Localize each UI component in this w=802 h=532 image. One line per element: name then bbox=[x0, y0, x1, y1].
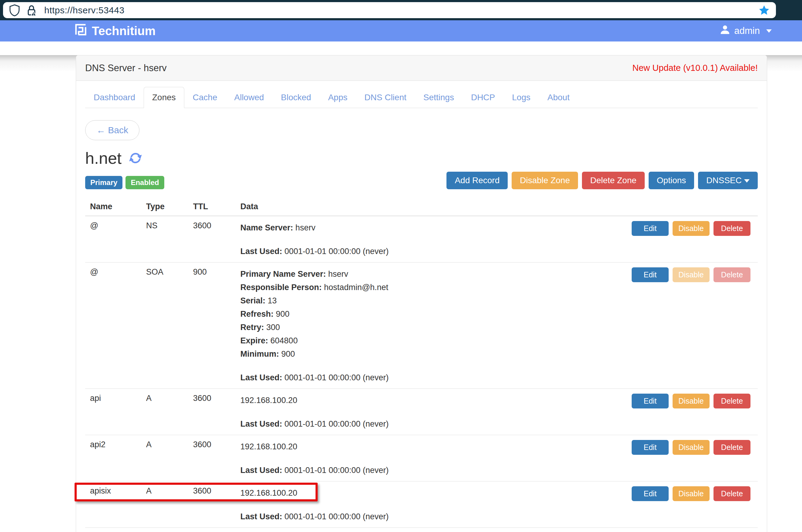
zone-actions: Add RecordDisable ZoneDelete ZoneOptions… bbox=[446, 172, 758, 189]
tab-blocked[interactable]: Blocked bbox=[273, 87, 320, 108]
add-record-button[interactable]: Add Record bbox=[446, 172, 508, 189]
tab-cache[interactable]: Cache bbox=[184, 87, 226, 108]
record-last-used: Last Used: 0001-01-01 00:00:00 (never) bbox=[240, 510, 617, 523]
record-type-cell: SOA bbox=[141, 263, 188, 389]
caret-down-icon bbox=[744, 179, 750, 183]
url-text: https://hserv:53443 bbox=[44, 5, 125, 16]
technitium-logo-icon bbox=[74, 23, 88, 39]
tab-apps[interactable]: Apps bbox=[320, 87, 356, 108]
record-actions-cell: EditDisableDelete bbox=[621, 528, 758, 532]
record-data-line: Minimum: 900 bbox=[240, 347, 617, 361]
delete-record-button[interactable]: Delete bbox=[713, 394, 750, 408]
record-data-line: 192.168.100.20 bbox=[240, 394, 617, 407]
status-badge-primary: Primary bbox=[85, 176, 123, 189]
address-bar[interactable]: https://hserv:53443 bbox=[3, 2, 776, 18]
user-label: admin bbox=[734, 25, 760, 36]
record-actions: EditDisableDelete bbox=[626, 221, 753, 236]
record-data-line: Name Server: hserv bbox=[240, 221, 617, 234]
records-tbody: @NS3600Name Server: hservLast Used: 0001… bbox=[85, 216, 758, 532]
record-actions-cell: EditDisableDelete bbox=[621, 435, 758, 481]
record-actions-cell: EditDisableDelete bbox=[621, 216, 758, 263]
record-data-line: Refresh: 900 bbox=[240, 307, 617, 321]
table-header-row: NameTypeTTLData bbox=[85, 198, 758, 216]
update-notice: New Update (v10.0.1) Available! bbox=[632, 63, 758, 73]
record-data-line: Expire: 604800 bbox=[240, 334, 617, 347]
record-type-cell: A bbox=[141, 435, 188, 481]
edit-record-button[interactable]: Edit bbox=[632, 267, 669, 282]
brand-link[interactable]: Technitium bbox=[74, 23, 156, 39]
record-actions-cell: EditDisableDelete bbox=[621, 481, 758, 528]
disable-record-button[interactable]: Disable bbox=[673, 486, 710, 501]
delete-record-button[interactable]: Delete bbox=[713, 440, 750, 455]
record-name-cell: @ bbox=[85, 263, 141, 389]
edit-record-button[interactable]: Edit bbox=[632, 440, 669, 455]
disable-record-button[interactable]: Disable bbox=[673, 440, 710, 455]
disable-record-button[interactable]: Disable bbox=[673, 394, 710, 408]
tab-logs[interactable]: Logs bbox=[504, 87, 539, 108]
record-ttl-cell: 900 bbox=[188, 263, 236, 389]
record-data-cell: Primary Name Server: hservResponsible Pe… bbox=[236, 263, 621, 389]
tab-zones[interactable]: Zones bbox=[144, 87, 184, 108]
record-actions: EditDisableDelete bbox=[626, 394, 753, 408]
record-data-line: 192.168.100.20 bbox=[240, 486, 617, 500]
tab-dhcp[interactable]: DHCP bbox=[462, 87, 504, 108]
zone-heading: h.net bbox=[85, 149, 758, 168]
zone-badges: PrimaryEnabled bbox=[85, 176, 164, 189]
table-row: @NS3600Name Server: hservLast Used: 0001… bbox=[85, 216, 758, 263]
tab-dashboard[interactable]: Dashboard bbox=[85, 87, 144, 108]
edit-record-button[interactable]: Edit bbox=[632, 394, 669, 408]
status-badge-enabled: Enabled bbox=[126, 176, 164, 189]
tab-about[interactable]: About bbox=[539, 87, 578, 108]
disable-record-button[interactable]: Disable bbox=[673, 267, 710, 282]
record-data-line: Responsible Person: hostadmin@h.net bbox=[240, 281, 617, 294]
record-ttl-cell: 3600 bbox=[188, 216, 236, 263]
delete-zone-button[interactable]: Delete Zone bbox=[582, 172, 645, 189]
table-row: hservA3600192.168.100.20Last Used: 0001-… bbox=[85, 528, 758, 532]
record-ttl-cell: 3600 bbox=[188, 481, 236, 528]
lock-warning-icon[interactable] bbox=[27, 4, 36, 16]
records-table: NameTypeTTLData @NS3600Name Server: hser… bbox=[85, 198, 758, 532]
record-data-line: Retry: 300 bbox=[240, 321, 617, 334]
tab-settings[interactable]: Settings bbox=[415, 87, 462, 108]
zone-toolbar: PrimaryEnabled Add RecordDisable ZoneDel… bbox=[85, 172, 758, 189]
app-navbar: Technitium admin bbox=[0, 20, 802, 41]
edit-record-button[interactable]: Edit bbox=[632, 486, 669, 501]
brand-label: Technitium bbox=[92, 24, 156, 38]
record-type-cell: A bbox=[141, 389, 188, 435]
back-button[interactable]: ← Back bbox=[85, 120, 140, 140]
record-ttl-cell: 3600 bbox=[188, 528, 236, 532]
delete-record-button[interactable]: Delete bbox=[713, 486, 750, 501]
dnssec-button[interactable]: DNSSEC bbox=[698, 172, 758, 189]
shield-icon[interactable] bbox=[9, 4, 20, 16]
record-actions-cell: EditDisableDelete bbox=[621, 263, 758, 389]
disable-record-button[interactable]: Disable bbox=[673, 221, 710, 236]
panel-body: DashboardZonesCacheAllowedBlockedAppsDNS… bbox=[76, 81, 767, 532]
record-actions: EditDisableDelete bbox=[626, 486, 753, 501]
edit-record-button[interactable]: Edit bbox=[632, 221, 669, 236]
record-data-line: Primary Name Server: hserv bbox=[240, 267, 617, 281]
user-menu[interactable]: admin bbox=[719, 24, 772, 38]
delete-record-button[interactable]: Delete bbox=[713, 221, 750, 236]
disable-zone-button[interactable]: Disable Zone bbox=[512, 172, 578, 189]
column-header-name: Name bbox=[85, 198, 141, 216]
record-actions: EditDisableDelete bbox=[626, 267, 753, 282]
browser-chrome: https://hserv:53443 bbox=[0, 0, 802, 20]
column-header-actions bbox=[621, 198, 758, 216]
record-ttl-cell: 3600 bbox=[188, 389, 236, 435]
tab-dns-client[interactable]: DNS Client bbox=[356, 87, 415, 108]
options-button[interactable]: Options bbox=[649, 172, 694, 189]
bookmark-star-icon[interactable] bbox=[758, 4, 770, 16]
record-last-used: Last Used: 0001-01-01 00:00:00 (never) bbox=[240, 245, 617, 258]
page-title: DNS Server - hserv bbox=[85, 63, 167, 74]
delete-record-button[interactable]: Delete bbox=[713, 267, 750, 282]
tab-allowed[interactable]: Allowed bbox=[226, 87, 273, 108]
record-data-line: Serial: 13 bbox=[240, 294, 617, 307]
tab-bar: DashboardZonesCacheAllowedBlockedAppsDNS… bbox=[85, 87, 758, 108]
refresh-icon[interactable] bbox=[128, 151, 143, 165]
dns-server-panel: DNS Server - hserv New Update (v10.0.1) … bbox=[76, 55, 767, 532]
page-background: DNS Server - hserv New Update (v10.0.1) … bbox=[0, 55, 802, 532]
zone-name-label: h.net bbox=[85, 149, 122, 168]
record-data-cell: 192.168.100.20Last Used: 0001-01-01 00:0… bbox=[236, 435, 621, 481]
record-actions-cell: EditDisableDelete bbox=[621, 389, 758, 435]
person-icon bbox=[719, 24, 730, 38]
